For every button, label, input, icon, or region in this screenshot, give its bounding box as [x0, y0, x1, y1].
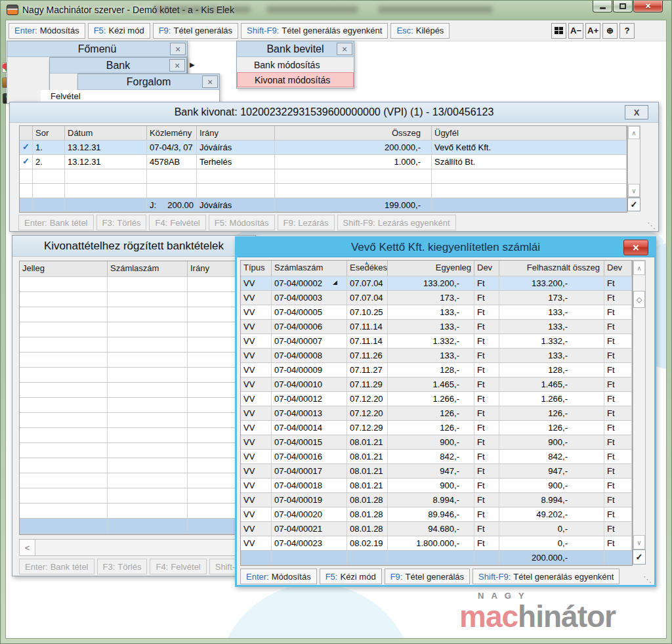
button-enter[interactable]: Enter:Módosítás	[9, 23, 85, 39]
forgalom-close-button[interactable]	[202, 75, 218, 88]
szamlak-row[interactable]: VV07-04/0001808.01.21900,-Ft900,-Ft	[241, 479, 632, 493]
szamlak-row[interactable]: VV07-04/0002008.01.2889.946,-Ft49.202,-F…	[241, 507, 632, 522]
scroll-up-button[interactable]	[633, 261, 645, 275]
szamlak-row[interactable]: VV07-04/0000607.11.14133,-Ft133,-Ft	[241, 320, 632, 334]
column-header[interactable]: Dev	[604, 261, 632, 276]
banktetelek-row[interactable]	[20, 443, 251, 458]
scroll-down-button[interactable]	[628, 184, 640, 197]
szamlak-row[interactable]: VV07-04/0001708.01.21947,-Ft947,-Ft	[241, 464, 632, 479]
summary-cell	[65, 198, 147, 211]
bank-titlebar[interactable]: Bank	[50, 58, 186, 74]
help-button[interactable]: ?	[620, 23, 635, 39]
crosshair-button[interactable]: ⊕	[602, 23, 618, 39]
banktetelek-row[interactable]	[20, 307, 251, 322]
banktetelek-row[interactable]	[20, 337, 251, 353]
button-f9[interactable]: F9:Tétel generálás	[385, 569, 470, 584]
banktetelek-row[interactable]	[20, 473, 251, 488]
szamlak-row[interactable]: VV07-04/0000907.11.27128,-Ft128,-Ft	[241, 363, 632, 377]
banktetelek-row[interactable]	[20, 277, 251, 292]
banktetelek-row[interactable]	[20, 322, 251, 337]
szamlak-row[interactable]: VV07-04/0002308.02.191.800.000,-Ft0,-Ft	[241, 536, 632, 551]
bank-kivonat-titlebar[interactable]: Bank kivonat: 102002322931539600000000 (…	[10, 102, 658, 123]
szamlak-row[interactable]: VV07-04/0001908.01.288.994,-Ft8.994,-Ft	[241, 493, 632, 507]
column-header[interactable]: Típus	[241, 261, 272, 276]
scroll-down-button[interactable]	[633, 535, 645, 549]
szamlak-row[interactable]: VV07-04/0001007.11.291.465,-Ft1.465,-Ft	[241, 377, 632, 392]
bank-bevitel-titlebar[interactable]: Bank bevitel	[237, 41, 354, 57]
button-esc[interactable]: Esc:Kilépés	[390, 23, 450, 39]
szamlak-row[interactable]: VV07-04/0000707.11.141.332,-Ft1.332,-Ft	[241, 334, 632, 349]
banktetelek-row[interactable]	[20, 368, 251, 383]
column-header[interactable]: Dev	[474, 261, 499, 276]
banktetelek-row[interactable]	[20, 398, 251, 413]
forgalom-titlebar[interactable]: Forgalom	[78, 74, 219, 90]
bank-kivonat-scrollbar[interactable]	[627, 125, 640, 198]
banktetelek-row[interactable]	[20, 413, 251, 428]
szamlak-row[interactable]: VV07-04/0001207.12.201.266,-Ft1.266,-Ft	[241, 392, 632, 406]
szamlak-row[interactable]: VV07-04/0002108.01.2894.680,-Ft0,-Ft	[241, 522, 632, 536]
szamlak-row[interactable]: VV07-04/0001508.01.21900,-Ft900,-Ft	[241, 435, 632, 450]
fomenu-titlebar[interactable]: Főmenü	[7, 41, 187, 57]
button-shift-f9[interactable]: Shift-F9:Tétel generálás egyenként	[472, 569, 620, 584]
szamlak-scrollbar[interactable]	[633, 260, 646, 565]
banktetelek-hscrollbar[interactable]	[19, 539, 251, 556]
scrollbar-thumb[interactable]	[633, 291, 645, 308]
font-decrease-button[interactable]: A−	[568, 23, 583, 39]
bank-bevitel-close-button[interactable]	[337, 43, 352, 55]
button-f5[interactable]: F5:Kézi mód	[88, 23, 150, 39]
szamlak-header-row: TípusSzámlaszámEsedékesEgyenlegDevFelhas…	[241, 261, 632, 276]
button-f5[interactable]: F5:Kézi mód	[320, 569, 382, 584]
button-shift-f9[interactable]: Shift-F9:Tétel generálás egyenként	[241, 23, 388, 39]
bank-kivonat-row[interactable]: ✓2.13.12.314578ABTerhelés1.000,-Szállító…	[20, 155, 627, 169]
maximize-button[interactable]	[613, 0, 633, 12]
resize-grip[interactable]	[647, 222, 656, 230]
szamlak-cell: 126,-	[499, 406, 604, 420]
column-header[interactable]: Esedékes	[347, 261, 388, 276]
minimize-button[interactable]	[593, 0, 612, 12]
button-f9[interactable]: F9:Tétel generálás	[153, 23, 238, 39]
szamlak-row[interactable]: VV07-04/0000207.07.04133.200,-Ft133.200,…	[241, 276, 632, 291]
resize-grip[interactable]	[643, 576, 652, 584]
banktetelek-row[interactable]	[20, 383, 251, 398]
font-increase-button[interactable]: A+	[585, 23, 600, 39]
bank-close-button[interactable]	[169, 59, 185, 72]
szamlak-titlebar[interactable]: Vevő Kettő Kft. kiegyenlítetlen számlái	[237, 238, 654, 257]
column-header[interactable]: Felhasznált összeg	[499, 261, 604, 276]
banktetelek-row[interactable]	[20, 353, 251, 368]
szamlak-row[interactable]: VV07-04/0000807.11.26133,-Ft133,-Ft	[241, 349, 632, 363]
close-button[interactable]	[633, 0, 663, 12]
banktetelek-row[interactable]	[20, 488, 251, 504]
bank-kivonat-close-button[interactable]	[625, 105, 648, 119]
banktetelek-row[interactable]	[20, 504, 251, 519]
bank-kivonat-row[interactable]: ✓1.13.12.3107-04/3, 07Jóváírás200.000,-V…	[20, 140, 627, 155]
szamlak-cell: 128,-	[499, 363, 604, 377]
szamlak-row[interactable]: VV07-04/0000507.10.25133,-Ft133,-Ft	[241, 305, 632, 320]
menu-item-kivonat-modositas[interactable]: Kivonat módosítás	[237, 72, 354, 87]
banktetelek-row[interactable]	[20, 292, 251, 307]
titlebar[interactable]: Nagy Machinátor szerver - Demó kötet - a…	[0, 0, 672, 20]
menu-item-bank-modositas[interactable]: Bank módosítás	[237, 57, 354, 72]
column-header[interactable]: Egyenleg	[388, 261, 474, 276]
bank-kivonat-row[interactable]	[20, 184, 627, 198]
tile-windows-button[interactable]	[551, 23, 566, 39]
menu-item-felvetel[interactable]: Felvétel	[41, 90, 219, 102]
szamlak-row[interactable]: VV07-04/0001407.12.29126,-Ft126,-Ft	[241, 421, 632, 435]
szamlak-cell: 08.01.21	[347, 464, 388, 478]
szamlak-row[interactable]: VV07-04/0001307.12.20126,-Ft126,-Ft	[241, 406, 632, 421]
szamlak-confirm-button[interactable]	[633, 549, 646, 565]
banktetelek-cell	[20, 488, 108, 503]
scroll-left-button[interactable]	[20, 540, 35, 555]
bank-kivonat-row[interactable]	[20, 169, 627, 184]
column-header[interactable]: Számlaszám	[272, 261, 347, 276]
szamlak-cell: 07-04/00008	[272, 349, 347, 362]
button-enter[interactable]: Enter:Módosítás	[240, 569, 317, 584]
scroll-up-button[interactable]	[628, 126, 640, 139]
banktetelek-row[interactable]	[20, 458, 251, 473]
banktetelek-row[interactable]	[20, 428, 251, 443]
bank-kivonat-confirm-button[interactable]	[627, 198, 640, 211]
banktetelek-titlebar[interactable]: Kivonattételhez rögzített banktételek	[12, 236, 255, 257]
szamlak-row[interactable]: VV07-04/0000307.07.04173,-Ft173,-Ft	[241, 291, 632, 305]
szamlak-row[interactable]: VV07-04/0001608.01.21842,-Ft842,-Ft	[241, 450, 632, 464]
fomenu-close-button[interactable]	[170, 43, 186, 55]
szamlak-close-button[interactable]	[623, 240, 648, 255]
